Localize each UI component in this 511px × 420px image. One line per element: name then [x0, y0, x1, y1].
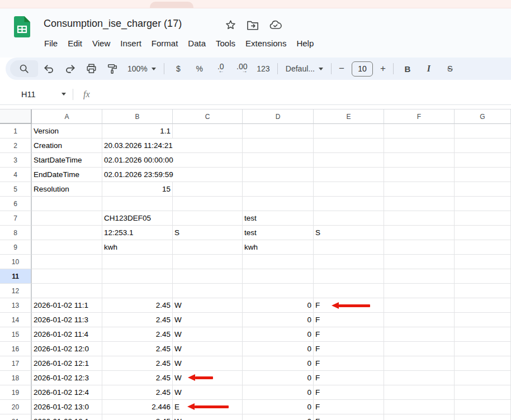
row-header-21[interactable]: 21 [0, 414, 32, 420]
row-header-3[interactable]: 3 [0, 153, 32, 168]
cell-A8[interactable] [32, 226, 102, 240]
cell-C15[interactable]: W [173, 327, 243, 342]
row-header-17[interactable]: 17 [0, 356, 32, 371]
cell-D20[interactable]: 0 [243, 400, 314, 414]
cell-C10[interactable] [173, 255, 243, 269]
increase-font-size-button[interactable]: + [376, 60, 390, 77]
currency-format-button[interactable]: $ [168, 60, 189, 77]
cell-A21[interactable]: 2026-01-02 13:1 [32, 414, 102, 420]
cell-F2[interactable] [384, 139, 455, 153]
redo-button[interactable] [59, 60, 81, 77]
cell-C19[interactable]: W [173, 385, 243, 400]
row-header-19[interactable]: 19 [0, 385, 32, 400]
cell-G9[interactable] [455, 240, 511, 255]
cell-E15[interactable]: F [314, 327, 384, 342]
cell-F5[interactable] [384, 182, 455, 197]
cell-F11[interactable] [384, 269, 455, 284]
zoom-select[interactable]: 100% [123, 60, 160, 77]
menu-item-file[interactable]: File [39, 37, 63, 50]
cell-G7[interactable] [455, 211, 511, 226]
row-header-18[interactable]: 18 [0, 371, 32, 385]
cell-C14[interactable]: W [173, 313, 243, 327]
row-header-5[interactable]: 5 [0, 182, 32, 197]
cell-G14[interactable] [455, 313, 511, 327]
cell-F15[interactable] [384, 327, 455, 342]
cell-A20[interactable]: 2026-01-02 13:0 [32, 400, 102, 414]
column-header-G[interactable]: G [455, 109, 511, 124]
cell-D16[interactable]: 0 [243, 342, 314, 356]
cell-G4[interactable] [455, 168, 511, 182]
number-format-button[interactable]: 123 [253, 60, 274, 77]
cell-B21[interactable]: 2.45 [102, 414, 173, 420]
cell-F16[interactable] [384, 342, 455, 356]
cell-A10[interactable] [32, 255, 102, 269]
document-title[interactable]: Consumption_ise_charger (17) [44, 18, 182, 30]
row-header-12[interactable]: 12 [0, 284, 32, 298]
cell-E8[interactable]: S [314, 226, 384, 240]
cell-G19[interactable] [455, 385, 511, 400]
cell-A7[interactable] [32, 211, 102, 226]
strikethrough-button[interactable]: S [439, 60, 461, 77]
cell-E11[interactable] [314, 269, 384, 284]
cell-A19[interactable]: 2026-01-02 12:4 [32, 385, 102, 400]
cell-D15[interactable]: 0 [243, 327, 314, 342]
cell-G8[interactable] [455, 226, 511, 240]
cell-B12[interactable] [102, 284, 173, 298]
cell-B20[interactable]: 2.446 [102, 400, 173, 414]
cell-B17[interactable]: 2.45 [102, 356, 173, 371]
column-header-D[interactable]: D [243, 109, 314, 124]
cell-D1[interactable] [243, 124, 314, 139]
undo-button[interactable] [38, 60, 59, 77]
cell-E19[interactable]: F [314, 385, 384, 400]
cell-E18[interactable]: F [314, 371, 384, 385]
cloud-saved-icon[interactable] [269, 20, 282, 30]
cell-E1[interactable] [314, 124, 384, 139]
cell-E6[interactable] [314, 197, 384, 211]
cell-F17[interactable] [384, 356, 455, 371]
cell-C17[interactable]: W [173, 356, 243, 371]
cell-C21[interactable]: W [173, 414, 243, 420]
cell-G20[interactable] [455, 400, 511, 414]
cell-E3[interactable] [314, 153, 384, 168]
cell-F1[interactable] [384, 124, 455, 139]
cell-G11[interactable] [455, 269, 511, 284]
cell-B8[interactable]: 12:253.1 [102, 226, 173, 240]
cell-B6[interactable] [102, 197, 173, 211]
cell-G10[interactable] [455, 255, 511, 269]
cell-B10[interactable] [102, 255, 173, 269]
cell-E10[interactable] [314, 255, 384, 269]
cell-A13[interactable]: 2026-01-02 11:1 [32, 298, 102, 313]
cell-B13[interactable]: 2.45 [102, 298, 173, 313]
row-header-10[interactable]: 10 [0, 255, 32, 269]
cell-A3[interactable]: StartDateTime [32, 153, 102, 168]
cell-F4[interactable] [384, 168, 455, 182]
search-button[interactable] [10, 60, 38, 77]
cell-C6[interactable] [173, 197, 243, 211]
cell-A6[interactable] [32, 197, 102, 211]
cell-D6[interactable] [243, 197, 314, 211]
cell-B15[interactable]: 2.45 [102, 327, 173, 342]
print-button[interactable] [81, 60, 102, 77]
cell-D12[interactable] [243, 284, 314, 298]
paint-format-button[interactable] [102, 60, 123, 77]
cell-C11[interactable] [173, 269, 243, 284]
decrease-font-size-button[interactable]: − [335, 60, 348, 77]
menu-item-view[interactable]: View [87, 37, 115, 50]
cell-G3[interactable] [455, 153, 511, 168]
cell-G15[interactable] [455, 327, 511, 342]
cell-A1[interactable]: Version [32, 124, 102, 139]
row-header-14[interactable]: 14 [0, 313, 32, 327]
row-header-16[interactable]: 16 [0, 342, 32, 356]
row-header-7[interactable]: 7 [0, 211, 32, 226]
column-header-A[interactable]: A [32, 109, 102, 124]
name-box[interactable]: H11 [21, 90, 66, 99]
cell-E16[interactable]: F [314, 342, 384, 356]
cell-B4[interactable]: 02.01.2026 23:59:59 [102, 168, 173, 182]
cell-A11[interactable] [32, 269, 102, 284]
cell-F13[interactable] [384, 298, 455, 313]
menu-item-data[interactable]: Data [183, 37, 211, 50]
cell-E7[interactable] [314, 211, 384, 226]
cell-A12[interactable] [32, 284, 102, 298]
cell-F6[interactable] [384, 197, 455, 211]
font-size-input[interactable]: 10 [352, 61, 373, 77]
